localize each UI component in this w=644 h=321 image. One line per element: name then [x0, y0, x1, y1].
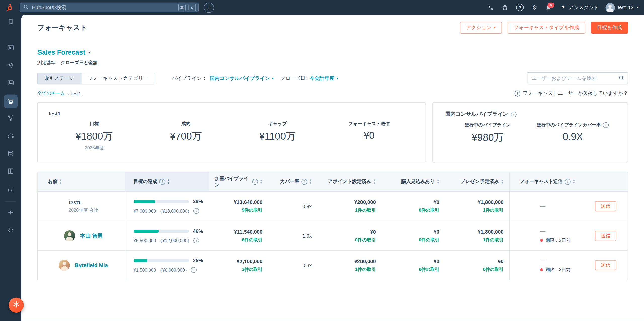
column-header-coverage[interactable]: カバー率 i ▲▼	[268, 172, 317, 191]
column-header-presentation-scheduled[interactable]: プレゼン予定済み ▲▼	[445, 172, 509, 191]
sidebar-item-content[interactable]	[0, 75, 21, 92]
info-icon[interactable]: i	[603, 122, 609, 128]
quick-create-button[interactable]: +	[204, 2, 214, 13]
create-forecast-type-button[interactable]: フォーキャストタイプを作成	[508, 22, 585, 34]
column-label: 目標の達成	[134, 178, 157, 185]
weighted-pipeline-cell: ¥2,100,000 3件の取引	[209, 251, 268, 280]
info-icon[interactable]: i	[565, 179, 571, 185]
sidebar-item-commerce[interactable]	[0, 92, 21, 110]
sort-icon: ▲▼	[260, 179, 263, 185]
column-header-appointment-scheduled[interactable]: アポイント設定済み ▲▼	[317, 172, 382, 191]
table-row-user: Bytefield Mia 25% ¥1,500,000 （¥6,000,000…	[38, 250, 627, 280]
workflow-icon	[7, 114, 14, 123]
user-name-link[interactable]: Bytefield Mia	[75, 262, 108, 268]
column-label: フォーキャスト送信	[519, 178, 563, 185]
hubspot-logo-icon[interactable]	[4, 2, 15, 13]
metric-gap-value: ¥1100万	[232, 130, 323, 143]
help-icon[interactable]: ?	[516, 4, 524, 11]
progress-bar	[134, 229, 189, 233]
send-button[interactable]: 送信	[595, 201, 616, 211]
account-menu[interactable]: test113 ▾	[606, 3, 638, 12]
chevron-down-icon: ▾	[272, 76, 274, 80]
actions-menu-button[interactable]: アクション ▾	[460, 22, 502, 34]
global-search-input[interactable]	[31, 4, 175, 11]
forecast-selector[interactable]: Sales Forecast ▾	[37, 49, 90, 56]
goal-attainment-cell: 39% ¥7,000,000 （¥18,000,000） i	[125, 192, 209, 221]
metric-coverage-label: 進行中のパイプラインカバー率	[537, 122, 601, 128]
code-icon	[7, 226, 14, 235]
deal-count-link[interactable]: 6件の取引	[242, 237, 262, 243]
overdue-text: 期限：2日前	[545, 237, 571, 243]
copilot-fab[interactable]	[9, 298, 24, 313]
missing-users-hint[interactable]: i フォーキャストユーザーが欠落していますか？	[514, 90, 628, 97]
info-icon[interactable]: i	[301, 179, 307, 185]
table-header-row: 名前 ▲▼ 目標の達成 i ▲▼ 加重パイプライン i ▲▼ カバー率 i ▲▼	[38, 172, 627, 191]
info-icon[interactable]: i	[252, 179, 258, 185]
column-label: プレゼン予定済み	[461, 178, 499, 185]
sidebar-item-service[interactable]	[0, 128, 21, 145]
deal-count-link[interactable]: 1件の取引	[483, 237, 503, 243]
deal-count-link[interactable]: 9件の取引	[242, 207, 262, 213]
progress-percent: 46%	[193, 228, 203, 234]
sidebar-item-automations[interactable]	[0, 110, 21, 128]
deal-count-link[interactable]: 1件の取引	[355, 207, 376, 213]
info-icon[interactable]: i	[193, 238, 199, 243]
sidebar-item-crm[interactable]	[0, 39, 21, 57]
sidebar-item-ai[interactable]	[0, 204, 21, 222]
send-button[interactable]: 送信	[595, 260, 616, 270]
pipeline-summary-card: 国内コンサルパイプライン i 進行中のパイプライン ¥980万 進行中のパイプラ…	[432, 102, 628, 163]
amount: ¥1,800,000	[478, 229, 503, 235]
column-label: アポイント設定済み	[328, 178, 371, 185]
deal-count-link[interactable]: 1件の取引	[483, 207, 503, 213]
column-header-weighted-pipeline[interactable]: 加重パイプライン i ▲▼	[209, 172, 268, 191]
sidebar-item-reporting[interactable]	[0, 180, 21, 198]
sort-icon: ▲▼	[501, 179, 504, 185]
column-header-forecast-submission[interactable]: フォーキャスト送信 i ▲▼	[509, 172, 584, 191]
deal-count-link[interactable]: 0件の取引	[355, 237, 376, 243]
overdue-dot-icon	[540, 239, 543, 242]
tab-forecast-category[interactable]: フォーキャストカテゴリー	[81, 72, 155, 84]
deal-count-link[interactable]: 0件の取引	[419, 237, 439, 243]
deal-count-link[interactable]: 1件の取引	[355, 266, 376, 272]
breadcrumb-separator: ›	[67, 91, 69, 96]
column-header-name[interactable]: 名前 ▲▼	[38, 172, 125, 191]
assistant-button[interactable]: アシスタント	[561, 4, 599, 11]
info-icon[interactable]: i	[193, 208, 199, 214]
overdue-text: 期限：2日前	[545, 267, 571, 273]
metric-submission-label: フォーキャスト送信	[323, 121, 415, 127]
settings-icon[interactable]: ⚙	[532, 4, 537, 11]
sidebar-item-marketing[interactable]	[0, 57, 21, 75]
info-icon[interactable]: i	[511, 111, 517, 117]
appointment-cell: ¥0 0件の取引	[317, 221, 382, 250]
deal-count-link[interactable]: 0件の取引	[419, 266, 439, 272]
sidebar-item-data[interactable]	[0, 145, 21, 163]
close-date-select[interactable]: 今会計年度 ▾	[310, 75, 338, 82]
user-name-link[interactable]: 本山 智男	[80, 232, 103, 239]
info-icon[interactable]: i	[191, 267, 197, 273]
marketplace-icon[interactable]	[502, 4, 508, 10]
weighted-pipeline-cell: ¥13,640,000 9件の取引	[209, 192, 268, 221]
deal-count-link[interactable]: 0件の取引	[483, 266, 503, 272]
info-icon: i	[514, 90, 520, 96]
amount: ¥200,000	[354, 199, 376, 205]
sidebar-item-bookmarks[interactable]	[0, 15, 21, 30]
calling-icon[interactable]	[488, 4, 494, 10]
create-goal-button[interactable]: 目標を作成	[591, 22, 628, 34]
pipeline-select[interactable]: 国内コンサルパイプライン ▾	[210, 75, 274, 82]
column-header-goal-attainment[interactable]: 目標の達成 i ▲▼	[125, 172, 209, 191]
tab-deal-stage[interactable]: 取引ステージ	[37, 72, 81, 84]
deal-count-link[interactable]: 0件の取引	[419, 207, 439, 213]
team-card-title: test1	[49, 111, 415, 117]
notifications-icon[interactable]: 5	[546, 4, 552, 10]
sidebar-item-library[interactable]	[0, 163, 21, 180]
sidebar-item-developer[interactable]	[0, 222, 21, 240]
team-search-input[interactable]	[527, 72, 628, 84]
breadcrumb-all-teams[interactable]: 全てのチーム	[37, 90, 65, 96]
info-icon[interactable]: i	[159, 179, 165, 185]
amount: ¥200,000	[354, 258, 376, 264]
column-header-buy-intent[interactable]: 購入見込みあり ▲▼	[382, 172, 445, 191]
breadcrumb: 全てのチーム › test1	[37, 90, 81, 96]
deal-count-link[interactable]: 3件の取引	[242, 266, 262, 272]
send-button[interactable]: 送信	[595, 231, 616, 241]
progress-percent: 39%	[193, 198, 203, 204]
